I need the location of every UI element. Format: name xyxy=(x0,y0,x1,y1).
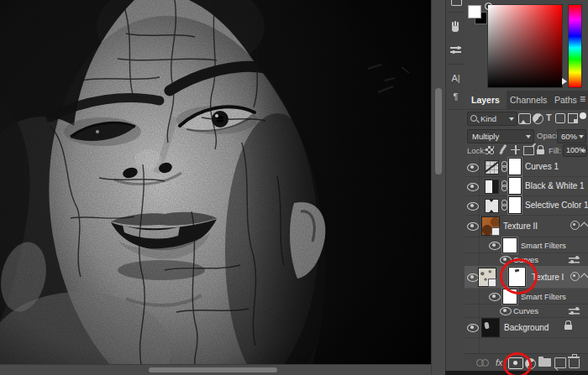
character-panel-button[interactable]: A| xyxy=(446,70,465,86)
smart-filters-label[interactable]: Smart Filters xyxy=(521,292,566,301)
properties-panel-button[interactable] xyxy=(446,42,465,57)
fill-label: Fill: xyxy=(549,146,561,155)
texture-1-layer-thumbnail[interactable] xyxy=(478,268,496,287)
tool-panel-icon xyxy=(451,0,462,6)
hand-icon xyxy=(450,22,460,33)
link-layers-button[interactable] xyxy=(476,359,490,367)
visibility-eye-icon[interactable] xyxy=(489,241,501,249)
layer-row-background[interactable]: Background xyxy=(465,317,588,338)
layer-row-curves-1[interactable]: Curves 1 xyxy=(465,157,588,177)
visibility-eye-icon[interactable] xyxy=(467,273,479,281)
smart-filter-badge-icon[interactable] xyxy=(570,272,580,281)
curves-adjustment-icon[interactable] xyxy=(485,160,499,174)
chevron-down-icon xyxy=(526,135,531,141)
smart-filters-label[interactable]: Smart Filters xyxy=(521,241,566,250)
horizontal-scrollbar[interactable] xyxy=(0,364,431,375)
photoshop-window: A| ¶ Layers Channels Paths ≡ Kind xyxy=(0,0,588,375)
hue-slider[interactable] xyxy=(568,4,582,88)
canvas-area[interactable] xyxy=(0,0,445,375)
visibility-eye-icon[interactable] xyxy=(467,163,479,171)
smart-filters-row[interactable]: Smart Filters xyxy=(465,237,588,253)
layer-name[interactable]: Black & White 1 xyxy=(525,181,585,190)
smart-filter-badge-icon[interactable] xyxy=(570,221,580,230)
opacity-dropdown[interactable]: 60% xyxy=(557,129,586,143)
filter-shape-layers-button[interactable] xyxy=(555,113,565,123)
visibility-eye-icon[interactable] xyxy=(467,182,479,190)
chevron-down-icon xyxy=(580,149,585,155)
vertical-scrollbar[interactable] xyxy=(431,0,446,375)
filter-name[interactable]: Curves xyxy=(513,306,538,315)
lock-pixels-brush-icon[interactable] xyxy=(498,145,508,155)
filter-kind-label: Kind xyxy=(480,114,496,123)
delete-layer-trash-button[interactable] xyxy=(569,359,580,368)
foreground-color-swatch[interactable] xyxy=(468,5,481,18)
filter-smart-objects-button[interactable] xyxy=(568,113,578,123)
saturation-brightness-field[interactable] xyxy=(487,4,563,88)
selective-color-adjustment-icon[interactable] xyxy=(485,199,499,213)
opacity-value: 60% xyxy=(561,132,577,141)
lock-label: Lock: xyxy=(467,146,486,155)
chevron-down-icon xyxy=(509,117,514,123)
layer-row-black-white-1[interactable]: Black & White 1 xyxy=(465,176,588,196)
paragraph-panel-button[interactable]: ¶ xyxy=(446,89,465,104)
collapse-chevron-icon[interactable] xyxy=(580,222,588,231)
visibility-eye-icon[interactable] xyxy=(467,201,479,210)
lock-all-padlock-icon[interactable] xyxy=(537,149,544,154)
dock-divider xyxy=(448,64,464,65)
filter-blending-options-icon[interactable] xyxy=(569,256,580,263)
background-layer-thumbnail[interactable] xyxy=(481,318,500,337)
layer-mask-thumbnail[interactable] xyxy=(508,196,522,214)
layer-row-selective-color-1[interactable]: Selective Color 1 xyxy=(465,195,588,216)
dock-divider xyxy=(448,12,464,13)
new-group-folder-button[interactable] xyxy=(538,358,551,367)
search-icon xyxy=(470,115,479,123)
filter-mask-thumbnail[interactable] xyxy=(502,237,517,253)
character-icon: A| xyxy=(451,73,459,83)
mask-link-icon xyxy=(501,161,507,171)
layer-name[interactable]: Texture II xyxy=(503,221,538,231)
texture-2-layer-thumbnail[interactable] xyxy=(481,216,500,236)
visibility-eye-icon[interactable] xyxy=(500,306,512,315)
horizontal-scrollbar-thumb[interactable] xyxy=(149,367,277,372)
tab-layers[interactable]: Layers xyxy=(465,91,507,109)
panel-menu-icon[interactable]: ≡ xyxy=(580,93,585,105)
tab-paths[interactable]: Paths xyxy=(548,91,584,109)
lock-transparency-icon[interactable] xyxy=(486,146,494,154)
blend-mode-dropdown[interactable]: Multiply xyxy=(467,129,534,143)
layer-row-texture-2[interactable]: Texture II xyxy=(465,215,588,237)
hue-slider-arrow[interactable] xyxy=(562,78,570,85)
paragraph-icon: ¶ xyxy=(454,91,459,102)
layer-mask-thumbnail[interactable] xyxy=(508,158,522,175)
new-layer-button[interactable] xyxy=(554,357,566,368)
layer-name[interactable]: Curves 1 xyxy=(525,162,559,171)
smart-filter-curves-row[interactable]: Curves xyxy=(465,304,588,318)
layer-mask-thumbnail[interactable] xyxy=(508,177,522,195)
layer-style-fx-button[interactable]: fx xyxy=(496,357,502,367)
black-white-adjustment-icon[interactable] xyxy=(485,180,499,194)
filter-type-layers-button[interactable]: T xyxy=(546,112,552,123)
sliders-icon xyxy=(450,45,461,54)
lock-artboard-icon[interactable] xyxy=(523,146,534,155)
clipped-panel-icon[interactable] xyxy=(446,0,465,8)
vertical-scrollbar-thumb[interactable] xyxy=(435,88,442,174)
panel-tabbar: Layers Channels Paths ≡ xyxy=(465,91,588,110)
layer-name[interactable]: Selective Color 1 xyxy=(525,201,588,210)
layer-name[interactable]: Background xyxy=(504,323,549,332)
layers-panel-footer: fx xyxy=(465,353,588,372)
gestures-panel-button[interactable] xyxy=(446,20,465,35)
visibility-eye-icon[interactable] xyxy=(467,323,479,331)
filter-pixel-layers-button[interactable] xyxy=(518,113,531,124)
color-picker-cursor[interactable] xyxy=(485,3,492,10)
fill-dropdown[interactable]: 100% xyxy=(563,144,587,157)
visibility-eye-icon[interactable] xyxy=(489,292,501,300)
mask-link-icon xyxy=(501,180,507,190)
filter-adjustment-layers-button[interactable] xyxy=(533,113,543,124)
visibility-eye-icon[interactable] xyxy=(467,221,479,230)
layer-filter-toggle[interactable] xyxy=(580,112,586,119)
tab-channels[interactable]: Channels xyxy=(503,91,554,109)
collapse-chevron-icon[interactable] xyxy=(580,273,588,282)
filter-kind-dropdown[interactable]: Kind xyxy=(467,112,517,126)
layer-row-texture-1[interactable]: Texture I xyxy=(465,266,588,289)
filter-blending-options-icon[interactable] xyxy=(569,307,580,315)
lock-position-move-icon[interactable] xyxy=(511,145,520,154)
